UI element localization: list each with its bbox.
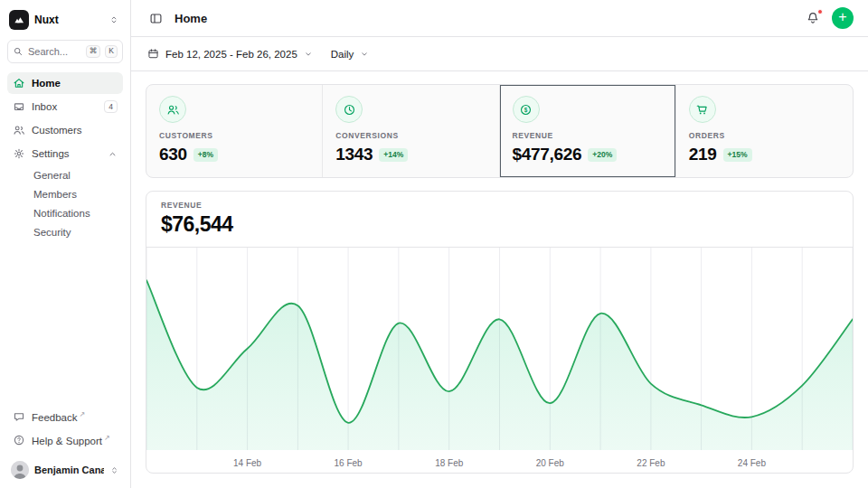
- stat-delta-badge: +20%: [588, 148, 617, 162]
- interval-label: Daily: [331, 49, 354, 60]
- sidebar-item-general[interactable]: General: [7, 166, 123, 184]
- svg-text:18 Feb: 18 Feb: [435, 458, 464, 468]
- sidebar: Nuxt Search... ⌘ K Home Inbox 4: [0, 0, 131, 488]
- conversions-icon: [335, 96, 363, 123]
- external-link-icon: ↗: [80, 410, 86, 418]
- help-circle-icon: [13, 434, 25, 446]
- svg-text:14 Feb: 14 Feb: [233, 458, 262, 468]
- gear-icon: [13, 147, 25, 160]
- revenue-icon: $: [513, 96, 540, 123]
- stat-label: CONVERSIONS: [335, 131, 486, 140]
- sidebar-item-customers[interactable]: Customers: [7, 119, 123, 141]
- stat-card-conversions[interactable]: CONVERSIONS 1343 +14%: [323, 85, 499, 177]
- chart-metric-label: REVENUE: [161, 201, 838, 210]
- sidebar-item-notifications[interactable]: Notifications: [7, 204, 123, 222]
- stat-value: $477,626: [513, 145, 582, 164]
- search-input[interactable]: Search... ⌘ K: [7, 40, 123, 63]
- sidebar-nav: Home Inbox 4 Customers Settings: [7, 72, 123, 164]
- sidebar-item-settings[interactable]: Settings: [7, 143, 123, 164]
- stat-delta-badge: +8%: [193, 148, 218, 162]
- sidebar-toggle-button[interactable]: [146, 8, 166, 29]
- inbox-count-badge: 4: [104, 100, 118, 113]
- workspace-switcher[interactable]: Nuxt: [7, 7, 123, 33]
- inbox-icon: [13, 100, 25, 113]
- calendar-icon: [147, 48, 159, 60]
- chart-metric-value: $76,544: [161, 212, 838, 237]
- stat-card-orders[interactable]: ORDERS 219 +15%: [676, 85, 853, 177]
- stat-label: CUSTOMERS: [159, 131, 309, 140]
- stat-delta-badge: +15%: [723, 148, 752, 162]
- stat-label: ORDERS: [689, 131, 840, 140]
- page-header: Home +: [131, 0, 868, 37]
- svg-text:22 Feb: 22 Feb: [637, 458, 665, 468]
- workspace-name: Nuxt: [34, 14, 103, 26]
- search-icon: [13, 46, 24, 57]
- settings-subnav: General Members Notifications Security: [7, 166, 123, 241]
- revenue-chart-panel: REVENUE $76,544 14 Feb16 Feb18 Feb20 Feb…: [146, 191, 854, 474]
- interval-select[interactable]: Daily: [329, 45, 372, 63]
- stat-delta-badge: +14%: [379, 148, 408, 162]
- sidebar-item-label: Help & Support↗: [32, 434, 118, 446]
- stats-row: CUSTOMERS 630 +8% CONVERSIONS 1343 +14%: [146, 84, 854, 178]
- home-icon: [13, 77, 25, 89]
- sidebar-item-security[interactable]: Security: [7, 223, 123, 241]
- sidebar-item-label: Feedback↗: [32, 410, 118, 423]
- sidebar-item-inbox[interactable]: Inbox 4: [7, 96, 123, 117]
- select-chevrons-icon: [108, 14, 119, 25]
- chevron-down-icon: [360, 50, 369, 59]
- stat-value: 630: [159, 145, 187, 164]
- sidebar-item-label: Home: [32, 78, 118, 89]
- sidebar-item-label: Customers: [32, 125, 118, 136]
- plus-icon: +: [838, 10, 846, 24]
- main-area: Home + Feb 12, 2025 - Feb 26, 2025 Daily: [131, 0, 868, 488]
- user-menu[interactable]: Benjamin Canac: [7, 456, 123, 481]
- chevron-down-icon: [304, 50, 313, 59]
- filter-bar: Feb 12, 2025 - Feb 26, 2025 Daily: [131, 37, 868, 71]
- svg-text:$: $: [524, 106, 528, 113]
- sidebar-item-help-support[interactable]: Help & Support↗: [7, 429, 123, 451]
- notification-dot: [817, 9, 823, 14]
- revenue-area-chart: 14 Feb16 Feb18 Feb20 Feb22 Feb24 Feb: [146, 248, 853, 473]
- search-placeholder: Search...: [28, 46, 81, 57]
- notifications-button[interactable]: [802, 7, 824, 29]
- add-button[interactable]: +: [832, 7, 854, 29]
- sidebar-item-feedback[interactable]: Feedback↗: [7, 406, 123, 427]
- date-range-picker[interactable]: Feb 12, 2025 - Feb 26, 2025: [146, 44, 315, 63]
- kbd-cmd: ⌘: [86, 45, 101, 57]
- sidebar-item-label: Inbox: [32, 101, 98, 112]
- chevron-up-icon: [108, 149, 118, 159]
- sidebar-item-home[interactable]: Home: [7, 72, 123, 94]
- orders-icon: [689, 96, 716, 123]
- select-chevrons-icon: [109, 465, 119, 475]
- customers-icon: [159, 96, 186, 123]
- users-icon: [13, 124, 25, 136]
- stat-value: 1343: [335, 145, 373, 164]
- svg-text:24 Feb: 24 Feb: [738, 458, 767, 468]
- sidebar-footer: Feedback↗ Help & Support↗ Benjamin Canac: [7, 406, 123, 481]
- sidebar-item-label: Settings: [32, 148, 101, 159]
- dashboard-content: CUSTOMERS 630 +8% CONVERSIONS 1343 +14%: [131, 71, 868, 488]
- stat-card-customers[interactable]: CUSTOMERS 630 +8%: [146, 85, 323, 177]
- page-title: Home: [175, 12, 207, 25]
- stat-value: 219: [689, 145, 717, 164]
- stat-card-revenue[interactable]: $ REVENUE $477,626 +20%: [500, 85, 676, 177]
- date-range-label: Feb 12, 2025 - Feb 26, 2025: [165, 49, 297, 60]
- revenue-chart-body[interactable]: 14 Feb16 Feb18 Feb20 Feb22 Feb24 Feb: [146, 248, 853, 473]
- chat-bubble-icon: [13, 410, 25, 423]
- svg-text:16 Feb: 16 Feb: [335, 458, 363, 468]
- external-link-icon: ↗: [104, 434, 110, 442]
- user-name: Benjamin Canac: [34, 465, 104, 475]
- nuxt-logo: [9, 10, 29, 30]
- chart-header: REVENUE $76,544: [146, 192, 853, 248]
- kbd-k: K: [105, 45, 118, 57]
- stat-label: REVENUE: [513, 131, 663, 140]
- avatar: [11, 461, 29, 479]
- sidebar-item-members[interactable]: Members: [7, 185, 123, 203]
- panel-left-icon: [149, 12, 163, 25]
- svg-text:20 Feb: 20 Feb: [536, 458, 565, 468]
